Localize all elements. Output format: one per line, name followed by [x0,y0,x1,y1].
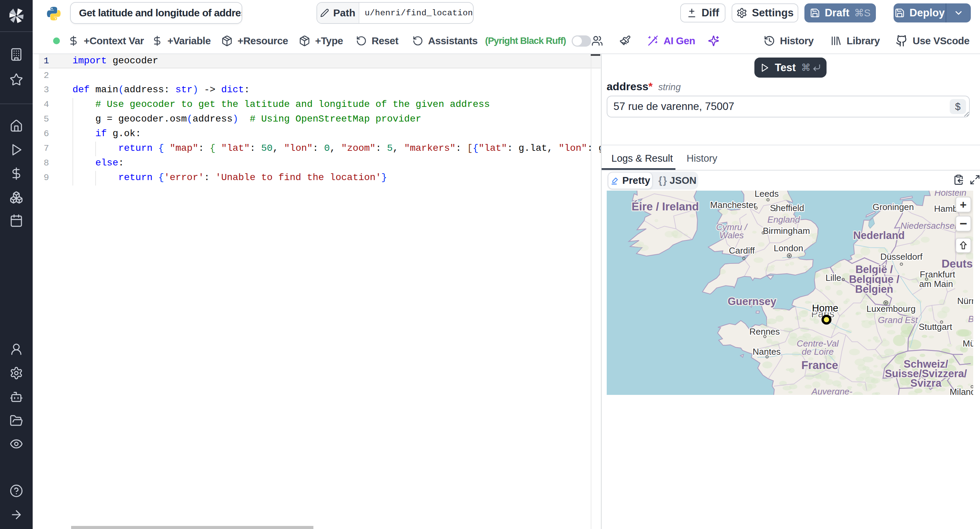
svg-text:Leeds: Leeds [754,191,778,199]
svg-text:Nürnber: Nürnber [957,296,973,306]
svg-text:Sheffield: Sheffield [770,203,804,213]
svg-text:Stuttgart: Stuttgart [919,322,953,332]
svg-text:Lille: Lille [826,272,841,283]
svg-text:Guernsey: Guernsey [727,295,776,308]
svg-text:Birmingham: Birmingham [762,226,810,236]
svg-text:Bay: Bay [968,314,973,324]
svg-text:Düsseldorf: Düsseldorf [880,252,923,262]
svg-text:Cardiff: Cardiff [729,245,755,256]
svg-text:Belgien: Belgien [855,283,893,295]
svg-text:Éire / Ireland: Éire / Ireland [632,200,699,213]
svg-text:Münch: Münch [963,338,973,349]
svg-text:Milano: Milano [950,387,973,395]
svg-text:Luxembourg: Luxembourg [866,304,915,314]
svg-text:am Main: am Main [919,279,953,289]
svg-text:Auvergne-: Auvergne- [811,386,853,395]
svg-text:de Loire: de Loire [802,347,834,357]
svg-text:London: London [773,243,803,253]
svg-text:Home: Home [812,303,838,314]
svg-text:Manchester: Manchester [710,200,756,210]
svg-text:Niedersachsen: Niedersachsen [900,221,959,231]
svg-text:Groningen: Groningen [872,202,914,212]
svg-text:France: France [801,359,838,371]
svg-text:Deutschland: Deutschland [942,257,973,270]
svg-text:Grand Est: Grand Est [878,315,918,325]
svg-text:Wales: Wales [719,230,744,240]
svg-text:Svizra: Svizra [910,377,942,389]
svg-text:Nederland: Nederland [853,229,905,241]
svg-text:England: England [767,215,800,225]
svg-text:Frankfurt: Frankfurt [920,269,956,279]
svg-text:Nantes: Nantes [753,347,781,357]
